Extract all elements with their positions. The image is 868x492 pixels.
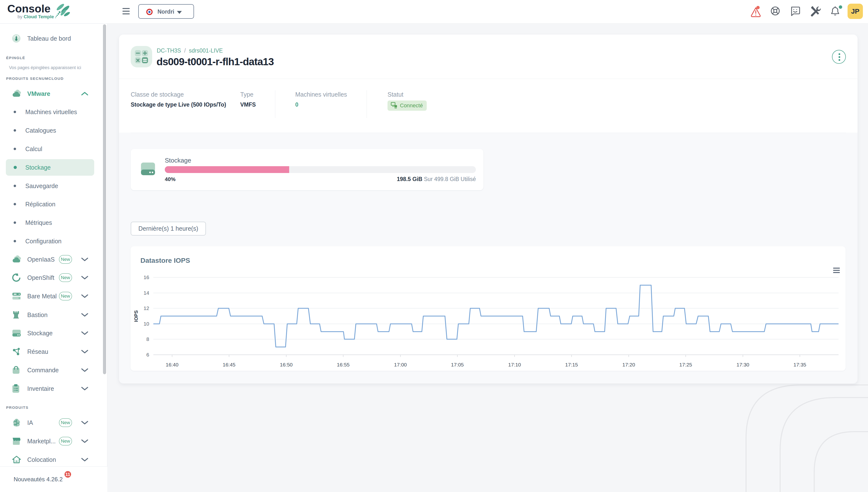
svg-text:16:50: 16:50 [280, 362, 293, 367]
svg-text:IOPS: IOPS [134, 310, 139, 322]
svg-text:Datastore IOPS: Datastore IOPS [141, 257, 190, 264]
svg-text:12: 12 [144, 305, 149, 311]
svg-text:17:05: 17:05 [451, 362, 464, 367]
svg-text:17:10: 17:10 [508, 362, 521, 367]
svg-text:16:45: 16:45 [223, 362, 236, 367]
svg-text:6: 6 [146, 352, 149, 358]
svg-text:16: 16 [144, 274, 149, 280]
svg-text:17:20: 17:20 [622, 362, 635, 367]
svg-text:17:35: 17:35 [794, 362, 806, 367]
svg-text:10: 10 [144, 321, 149, 326]
svg-text:16:40: 16:40 [166, 362, 179, 367]
svg-text:17:25: 17:25 [679, 362, 692, 367]
svg-text:16:55: 16:55 [337, 362, 350, 367]
svg-text:14: 14 [144, 290, 149, 296]
svg-text:17:00: 17:00 [394, 362, 407, 367]
svg-text:17:15: 17:15 [565, 362, 578, 367]
svg-text:17:30: 17:30 [737, 362, 749, 367]
svg-text:8: 8 [146, 336, 149, 342]
